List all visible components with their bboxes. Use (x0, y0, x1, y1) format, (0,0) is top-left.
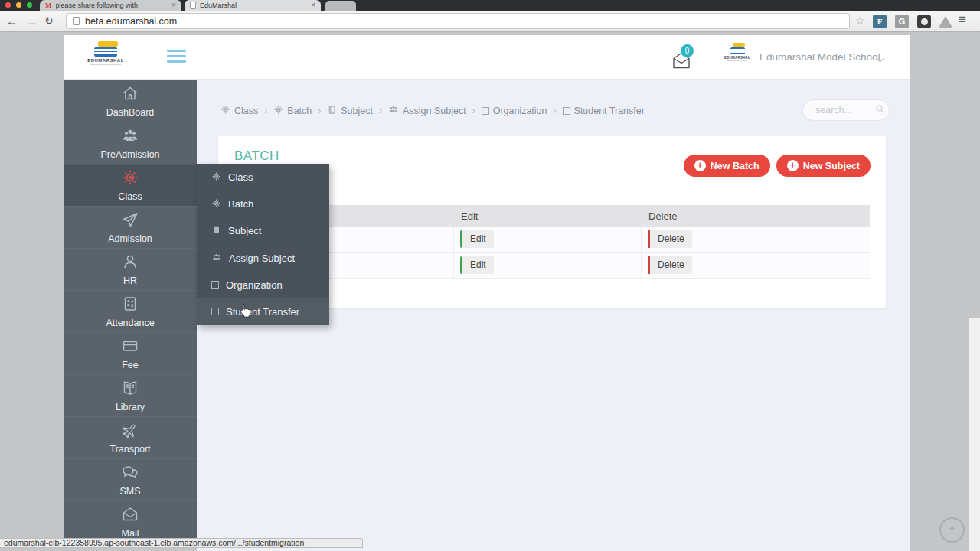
close-window-button[interactable] (5, 2, 11, 8)
page-icon (73, 17, 80, 25)
book-icon (211, 225, 221, 237)
sidebar-item-label: Transport (109, 444, 150, 455)
tab-title: EduMarshal (200, 2, 307, 9)
sidebar-item-hr[interactable]: HR (64, 248, 197, 290)
logo-book-yellow (733, 43, 745, 47)
chrome-menu-icon[interactable] (959, 12, 966, 28)
close-tab-icon[interactable] (172, 2, 176, 9)
browser-tab-gmail[interactable]: please share following with (40, 0, 181, 11)
person-icon (121, 253, 139, 273)
new-tab-button[interactable] (325, 1, 356, 11)
sidebar-item-label: DashBoard (106, 107, 155, 118)
search-icon[interactable] (875, 103, 885, 117)
sidebar-item-admission[interactable]: Admission (64, 206, 197, 248)
breadcrumb-item-organization[interactable]: Organization (482, 106, 547, 116)
url-text[interactable]: beta.edumarshal.com (85, 16, 177, 27)
sidebar-item-mail[interactable]: Mail (64, 500, 197, 543)
zoom-window-button[interactable] (27, 2, 32, 8)
submenu-item-subject[interactable]: Subject (197, 217, 329, 244)
submenu-item-student-transfer[interactable]: Student Transfer (197, 298, 329, 325)
address-bar[interactable]: beta.edumarshal.com (66, 13, 850, 29)
submenu-item-batch[interactable]: Batch (197, 191, 329, 217)
new-batch-button[interactable]: New Batch (684, 155, 770, 177)
sidebar-item-sms[interactable]: SMS (64, 458, 197, 500)
drive-extension-icon[interactable] (939, 16, 952, 28)
square-icon (563, 107, 570, 115)
edit-button[interactable]: Edit (460, 230, 494, 248)
breadcrumb: Class Batch Subject (220, 104, 645, 117)
breadcrumb-label: Organization (493, 106, 547, 116)
breadcrumb-item-subject[interactable]: Subject (327, 105, 373, 117)
gear-icon (211, 198, 221, 210)
page-title: BATCH (234, 148, 279, 164)
button-label: New Subject (803, 161, 860, 171)
sidebar-item-transport[interactable]: Transport (64, 416, 197, 458)
minimize-window-button[interactable] (16, 2, 21, 8)
table-row: Edit Delete (234, 227, 870, 253)
sidebar-toggle-icon[interactable] (167, 50, 186, 66)
plane-icon (121, 421, 139, 442)
extension-g-icon[interactable] (895, 15, 909, 28)
sidebar-item-class[interactable]: Class (64, 164, 197, 206)
app-container: EDUMARSHAL 0 EDUMARSHAL (64, 35, 910, 551)
submenu-label: Class (228, 171, 253, 183)
delete-button[interactable]: Delete (648, 230, 692, 248)
edit-button[interactable]: Edit (460, 256, 494, 274)
delete-button[interactable]: Delete (648, 256, 692, 274)
forward-button (26, 13, 38, 29)
plus-icon (787, 160, 799, 171)
logo-text: EDUMARSHAL (724, 56, 751, 60)
submenu-label: Student Transfer (226, 306, 299, 318)
submenu-item-class[interactable]: Class (197, 164, 329, 191)
scrollbar-track[interactable] (969, 318, 980, 551)
submenu-item-organization[interactable]: Organization (197, 272, 329, 298)
breadcrumb-label: Class (234, 106, 258, 116)
search-box[interactable] (802, 99, 890, 121)
users-icon (211, 252, 222, 265)
extension-dark-icon[interactable] (917, 15, 931, 28)
browser-tab-edumarshal[interactable]: EduMarshal (185, 0, 321, 11)
submenu-item-assign-subject[interactable]: Assign Subject (197, 245, 329, 272)
table-header-delete: Delete (641, 210, 870, 222)
breadcrumb-item-student-transfer[interactable]: Student Transfer (563, 106, 645, 116)
breadcrumb-separator (554, 106, 557, 116)
breadcrumb-item-assign-subject[interactable]: Assign Subject (388, 104, 466, 117)
school-selector[interactable]: Edumarshal Model School (760, 51, 880, 63)
envelope-icon (121, 505, 139, 526)
submenu-label: Subject (228, 225, 261, 236)
edumarshal-logo[interactable]: EDUMARSHAL (86, 41, 126, 65)
search-input[interactable] (814, 104, 875, 116)
breadcrumb-item-class[interactable]: Class (220, 105, 258, 117)
users-icon (121, 126, 139, 147)
window-controls[interactable] (5, 2, 32, 8)
gear-icon (211, 171, 221, 184)
table-header-edit: Edit (453, 210, 641, 222)
app-header: EDUMARSHAL 0 EDUMARSHAL (64, 35, 910, 80)
submenu-label: Organization (226, 279, 283, 291)
breadcrumb-separator (264, 106, 267, 116)
new-subject-button[interactable]: New Subject (776, 155, 871, 177)
back-button[interactable] (6, 13, 18, 29)
logo-text: EDUMARSHAL (86, 58, 126, 63)
reload-button[interactable] (44, 13, 54, 29)
sidebar-item-library[interactable]: Library (64, 374, 197, 416)
breadcrumb-item-batch[interactable]: Batch (273, 105, 312, 117)
square-icon (482, 107, 489, 115)
extension-f-icon[interactable] (873, 15, 887, 28)
paper-plane-icon (121, 210, 139, 231)
sidebar-item-fee[interactable]: Fee (64, 332, 197, 374)
close-tab-icon[interactable] (311, 2, 315, 9)
card-actions: New Batch New Subject (684, 155, 871, 177)
sidebar-item-label: HR (123, 276, 137, 286)
open-book-icon (121, 379, 139, 399)
sidebar-item-label: SMS (119, 486, 140, 497)
square-icon (211, 281, 219, 289)
sidebar-item-label: PreAdmission (100, 149, 159, 160)
sidebar-item-preadmission[interactable]: PreAdmission (64, 122, 197, 164)
sidebar-item-dashboard[interactable]: DashBoard (64, 80, 197, 122)
breadcrumb-label: Assign Subject (403, 106, 466, 116)
sidebar-item-attendance[interactable]: Attendance (64, 290, 197, 332)
scroll-to-top-button[interactable] (939, 517, 965, 543)
bookmark-star-icon[interactable] (855, 15, 865, 27)
browser-toolbar: beta.edumarshal.com (0, 11, 980, 32)
